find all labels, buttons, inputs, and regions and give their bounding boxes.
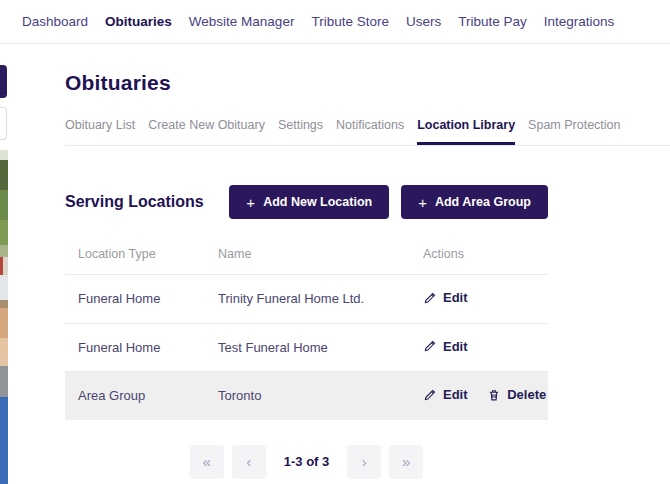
delete-button[interactable]: Delete (487, 387, 546, 402)
double-chevron-left-icon: « (203, 453, 211, 470)
background-page-sliver (0, 44, 8, 484)
cell-name: Test Funeral Home (205, 323, 410, 372)
tab-create-new-obituary[interactable]: Create New Obituary (148, 118, 265, 145)
pencil-icon (423, 388, 437, 402)
edit-button[interactable]: Edit (423, 387, 468, 402)
nav-item-dashboard[interactable]: Dashboard (22, 14, 88, 29)
cell-location-type: Funeral Home (65, 323, 205, 372)
chevron-left-icon: ‹ (246, 453, 251, 470)
background-card-edge (0, 107, 7, 140)
delete-label: Delete (507, 387, 546, 402)
table-header-row: Location Type Name Actions (65, 235, 548, 275)
table-row: Funeral Home Test Funeral Home Edit (65, 323, 548, 372)
nav-item-users[interactable]: Users (406, 14, 441, 29)
cell-name: Trinity Funeral Home Ltd. (205, 275, 410, 324)
pencil-icon (423, 291, 437, 305)
chevron-right-icon: › (362, 453, 367, 470)
tab-settings[interactable]: Settings (278, 118, 323, 145)
last-page-button[interactable]: » (389, 445, 423, 479)
cell-location-type: Funeral Home (65, 275, 205, 324)
first-page-button[interactable]: « (190, 445, 224, 479)
tab-spam-protection[interactable]: Spam Protection (528, 118, 620, 145)
add-new-location-button[interactable]: + Add New Location (229, 185, 389, 219)
nav-item-tribute-pay[interactable]: Tribute Pay (458, 14, 527, 29)
column-header-name: Name (205, 235, 410, 275)
serving-locations-table: Location Type Name Actions Funeral Home … (65, 235, 548, 420)
section-title: Serving Locations (65, 193, 204, 211)
nav-item-website-manager[interactable]: Website Manager (189, 14, 295, 29)
top-navigation: Dashboard Obituaries Website Manager Tri… (0, 0, 670, 44)
tab-obituary-list[interactable]: Obituary List (65, 118, 135, 145)
background-photo-edge (0, 150, 8, 397)
cell-location-type: Area Group (65, 372, 205, 420)
nav-item-obituaries[interactable]: Obituaries (105, 14, 172, 29)
column-header-location-type: Location Type (65, 235, 205, 275)
table-row: Funeral Home Trinity Funeral Home Ltd. E… (65, 275, 548, 324)
next-page-button[interactable]: › (347, 445, 381, 479)
edit-button[interactable]: Edit (423, 339, 468, 354)
pagination: « ‹ 1-3 of 3 › » (65, 445, 548, 479)
pencil-icon (423, 339, 437, 353)
pagination-container: « ‹ 1-3 of 3 › » (65, 420, 548, 484)
edit-label: Edit (443, 387, 468, 402)
nav-item-integrations[interactable]: Integrations (544, 14, 615, 29)
nav-item-tribute-store[interactable]: Tribute Store (311, 14, 389, 29)
trash-icon (487, 388, 501, 402)
section-actions: + Add New Location + Add Area Group (229, 185, 548, 219)
background-button-edge (0, 65, 7, 98)
plus-icon: + (246, 195, 255, 210)
add-area-group-label: Add Area Group (435, 195, 531, 209)
cell-name: Toronto (205, 372, 410, 420)
previous-page-button[interactable]: ‹ (232, 445, 266, 479)
double-chevron-right-icon: » (402, 453, 410, 470)
obituaries-tab-bar: Obituary List Create New Obituary Settin… (65, 118, 670, 146)
tab-location-library[interactable]: Location Library (417, 118, 515, 145)
plus-icon: + (418, 195, 427, 210)
table-row: Area Group Toronto Edit (65, 372, 548, 420)
edit-button[interactable]: Edit (423, 290, 468, 305)
serving-locations-header: Serving Locations + Add New Location + A… (65, 185, 548, 219)
add-new-location-label: Add New Location (263, 195, 372, 209)
page-range-label: 1-3 of 3 (284, 454, 330, 469)
column-header-actions: Actions (410, 235, 548, 275)
page-title: Obituaries (65, 71, 670, 95)
add-area-group-button[interactable]: + Add Area Group (401, 185, 548, 219)
tab-notifications[interactable]: Notifications (336, 118, 404, 145)
edit-label: Edit (443, 290, 468, 305)
edit-label: Edit (443, 339, 468, 354)
background-footer-edge (0, 397, 8, 484)
